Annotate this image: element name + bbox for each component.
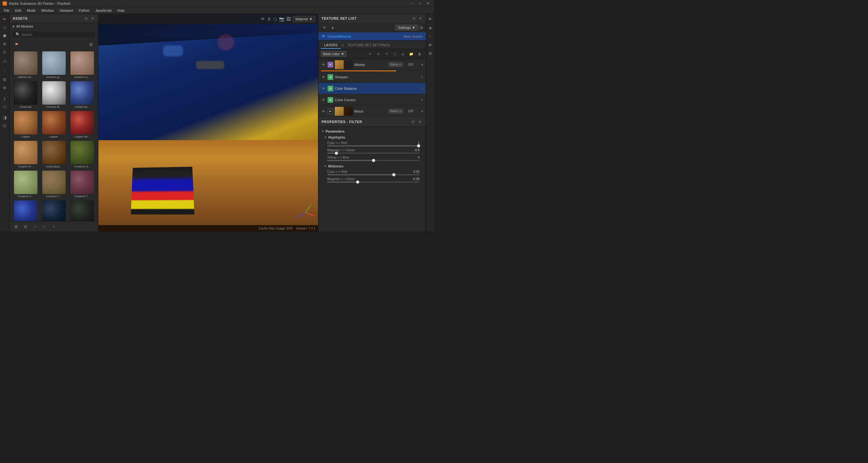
all-libraries-header[interactable]: ▶ All libraries [9, 23, 98, 30]
viewport-camera-btn[interactable]: 📷 [279, 16, 284, 22]
menu-help[interactable]: Help [115, 8, 127, 13]
polygon-fill-tool[interactable]: △ [1, 57, 8, 64]
asset-item[interactable]: ceramic-gr... [40, 51, 67, 79]
render-tool[interactable]: ⊡ [1, 122, 8, 129]
asset-bottom-btn3[interactable]: ○ [31, 223, 39, 230]
menu-mode[interactable]: Mode [25, 8, 38, 13]
layer-folder-tool[interactable]: 📁 [407, 51, 415, 57]
right-tool-3[interactable]: ○ [427, 32, 434, 40]
asset-item[interactable]: Charcoal [12, 80, 39, 109]
slider-thumb[interactable] [392, 173, 396, 176]
layer-blending-wood[interactable]: Norm ∨ [389, 109, 403, 113]
properties-expand-btn[interactable]: ⊡ [410, 119, 416, 125]
slider-thumb[interactable] [372, 159, 375, 162]
slider-thumb[interactable] [417, 144, 420, 147]
bake-tool[interactable]: ⬡ [1, 103, 8, 110]
layer-close-color-correct[interactable]: ✕ [421, 98, 423, 102]
layer-close-color-balance[interactable]: ✕ [421, 86, 423, 90]
default-material-row[interactable]: 👁 DefaultMaterial Main shader [318, 32, 426, 40]
highlights-magenta-green-slider[interactable] [327, 153, 420, 154]
right-tool-5[interactable]: ⚙ [427, 49, 434, 57]
tsl-gear-button[interactable]: ⚙ [420, 25, 423, 30]
asset-item[interactable]: Chrome Bl... [40, 80, 67, 109]
menu-python[interactable]: Python [76, 8, 92, 13]
base-color-dropdown[interactable]: Base color ▼ [321, 51, 347, 57]
right-tool-4[interactable]: ⊕ [427, 41, 434, 48]
clone-tool[interactable]: ⊕ [1, 40, 8, 47]
layer-row-albedo[interactable]: 👁 ● Albedo Norm ∨ 100 ∨ [318, 59, 426, 70]
menu-file[interactable]: File [1, 8, 12, 13]
asset-item[interactable]: Creature S... [68, 140, 96, 169]
asset-item[interactable]: cabinet wo... [12, 51, 39, 79]
minimize-button[interactable]: ─ [409, 0, 416, 7]
asset-bottom-btn5[interactable]: + [50, 223, 58, 230]
slider-thumb[interactable] [335, 152, 338, 155]
tsl-view-btn[interactable]: 👁 [321, 24, 328, 31]
tsl-settings-dropdown[interactable]: Settings ▼ [395, 25, 418, 30]
layer-visibility-color-balance[interactable]: 👁 [321, 86, 326, 91]
layer-paint-tool[interactable]: ✏ [366, 51, 374, 57]
tsl-close-button[interactable]: ✕ [417, 16, 423, 21]
asset-item[interactable]: Copper W... [12, 140, 39, 169]
layer-visibility-wood[interactable]: 👁 [321, 109, 326, 114]
asset-bottom-btn1[interactable]: ⊞ [12, 223, 20, 230]
layer-sphere-tool[interactable]: ◎ [399, 51, 407, 57]
midtones-cyan-red-slider[interactable] [327, 174, 420, 175]
material-dropdown[interactable]: Material ▼ [292, 16, 315, 22]
paint-tool[interactable]: ✏ [1, 15, 8, 23]
layer-row-color-correct[interactable]: 👁 S Color Correct ✕ [318, 94, 426, 106]
midtones-section-header[interactable]: ▼ Midtones [321, 163, 423, 169]
asset-item[interactable]: Cobalt Da... [68, 80, 96, 109]
viewport-screenshot-btn[interactable]: 🖼 [286, 16, 291, 22]
parameters-section-header[interactable]: ▼ Parameters [321, 128, 423, 134]
measure-tool[interactable]: ⊞ [1, 75, 8, 83]
display-settings-tool[interactable]: ◨ [1, 113, 8, 121]
asset-item[interactable]: crackedpai... [40, 140, 67, 169]
layer-row-color-balance[interactable]: 👁 S Color Balance ✕ [318, 83, 426, 94]
slider-thumb[interactable] [356, 180, 359, 184]
export-tool[interactable]: ⤓ [1, 95, 8, 102]
highlights-section-header[interactable]: ▼ Highlights [321, 134, 423, 140]
asset-item[interactable]: Creature S... [12, 170, 39, 199]
viewport-render-btn[interactable]: ⬡ [273, 16, 277, 22]
viewport-visibility-btn[interactable]: 👁 [260, 16, 265, 22]
asset-bottom-btn2[interactable]: ⊟ [22, 223, 29, 230]
assets-filter-button[interactable]: ⚑ [13, 41, 20, 48]
annotation-tool[interactable]: ⊗ [1, 84, 8, 91]
layer-visibility-color-correct[interactable]: 👁 [321, 97, 326, 102]
asset-item[interactable]: Creature T... [68, 170, 96, 199]
layers-tab-close[interactable]: ✕ [341, 43, 344, 47]
highlights-cyan-red-slider[interactable] [327, 145, 420, 146]
tsl-view2-btn[interactable]: ◈ [329, 24, 336, 31]
asset-item[interactable]: Creature T... [40, 170, 67, 199]
search-input[interactable] [21, 33, 92, 36]
tsl-expand-button[interactable]: ⊡ [411, 16, 416, 21]
highlights-yellow-blue-slider[interactable] [327, 160, 420, 161]
layer-add-tool[interactable]: ↻ [374, 51, 382, 57]
assets-expand-button[interactable]: ⊡ [84, 16, 89, 21]
layer-pencil-tool[interactable]: ✎ [383, 51, 390, 57]
right-tool-2[interactable]: ◈ [427, 24, 434, 31]
close-button[interactable]: ✕ [424, 0, 432, 7]
right-tool-1[interactable]: 👁 [427, 15, 434, 23]
assets-close-button[interactable]: ✕ [90, 16, 95, 21]
menu-window[interactable]: Window [39, 8, 56, 13]
menu-edit[interactable]: Edit [13, 8, 24, 13]
layer-row-wood[interactable]: 👁 ▶ Wood Norm ∨ 100 ∨ [318, 106, 426, 117]
text-tool[interactable]: ↑ [1, 67, 8, 75]
asset-item[interactable]: D&OP Dirt... [12, 200, 39, 221]
asset-item[interactable]: ceramic-ru... [68, 51, 96, 79]
layer-delete-tool[interactable]: 🗑 [416, 51, 423, 57]
properties-close-btn[interactable]: ✕ [417, 119, 423, 125]
viewport-pause-btn[interactable]: ⏸ [267, 16, 271, 22]
layer-visibility-sharpen[interactable]: 👁 [321, 74, 326, 79]
asset-item[interactable]: Copper Re... [68, 110, 96, 139]
erase-tool[interactable]: ◇ [1, 24, 8, 31]
asset-item[interactable]: copper [40, 110, 67, 139]
layer-row-sharpen[interactable]: 👁 S Sharpen ✕ [318, 71, 426, 83]
asset-bottom-btn4[interactable]: □ [41, 223, 48, 230]
layer-blending-albedo[interactable]: Norm ∨ [389, 62, 403, 67]
asset-item[interactable]: D&OP Gru... [68, 200, 96, 221]
tab-texture-set-settings[interactable]: TEXTURE SET SETTINGS [344, 42, 393, 49]
asset-item[interactable]: D&OP Dirt... [40, 200, 67, 221]
